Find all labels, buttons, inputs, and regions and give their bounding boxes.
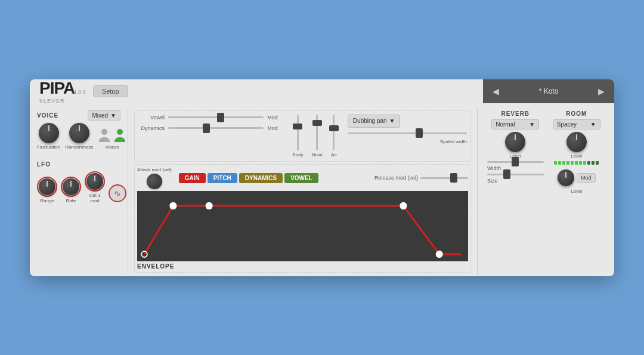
dynamics-mod-label: Mod xyxy=(267,125,281,131)
envelope-label: ENVELOPE xyxy=(137,263,468,270)
lfo-range-knob[interactable] xyxy=(39,178,55,195)
lfo-rate-group: Rate xyxy=(61,177,81,203)
led-10 xyxy=(592,161,595,165)
voice-mode-dropdown[interactable]: Mixed ▼ xyxy=(88,110,120,121)
fluctuation-knob[interactable] xyxy=(39,123,59,143)
spatial-slider[interactable] xyxy=(348,132,467,134)
lfo-rate-knob[interactable] xyxy=(63,178,79,195)
prev-preset-button[interactable]: ◀ xyxy=(493,87,499,96)
attack-mod-label: Attack mod (vel) xyxy=(137,167,172,172)
room-level-label: Level xyxy=(571,153,582,159)
dynamics-slider-row: Dynamics Mod xyxy=(138,125,281,131)
pitch-tab[interactable]: PITCH xyxy=(208,173,237,183)
dynamics-label: Dynamics xyxy=(138,125,165,131)
reverb-room-row: REVERB Normal ▼ Level xyxy=(485,110,607,194)
reverb-col: REVERB Normal ▼ Level xyxy=(485,110,546,194)
body-slider-group: Body xyxy=(292,115,303,158)
center-panel: Vowel Mod Dynamics Mod xyxy=(128,108,477,276)
reverb-sliders: Width Size xyxy=(485,161,546,184)
room-mode-dropdown[interactable]: Spacey ▼ xyxy=(553,119,600,129)
reverb-level-knob[interactable] xyxy=(505,132,525,152)
air-label: Air xyxy=(331,152,337,158)
reverb-mode-arrow: ▼ xyxy=(529,121,535,128)
envelope-canvas[interactable] xyxy=(137,191,468,262)
randomness-knob[interactable] xyxy=(69,123,89,143)
dynamics-slider[interactable] xyxy=(168,127,264,129)
lfo-knobs-row: Range Rate Ctrl 1 mod xyxy=(37,171,120,203)
lfo-wave-button[interactable]: ∿ xyxy=(109,184,126,202)
led-7 xyxy=(579,161,582,165)
voice-icon-green xyxy=(113,128,126,143)
next-preset-button[interactable]: ▶ xyxy=(598,87,605,96)
svg-point-1 xyxy=(117,129,123,135)
reverb-width-row xyxy=(487,161,544,163)
lfo-ctrl-label: Ctrl 1 mod xyxy=(85,193,105,203)
body-slider[interactable] xyxy=(297,115,299,150)
vowel-slider[interactable] xyxy=(168,116,264,118)
body-label: Body xyxy=(292,152,303,158)
setup-button[interactable]: Setup xyxy=(93,85,128,97)
air-slider[interactable] xyxy=(333,115,335,150)
led-8 xyxy=(583,161,586,165)
lfo-wave-group: ∿ xyxy=(109,184,126,203)
attack-mod-group: Attack mod (vel) xyxy=(137,167,172,189)
led-6 xyxy=(575,161,578,165)
envelope-svg xyxy=(137,191,468,262)
release-mod-area: Release mod (vel) xyxy=(374,175,468,181)
reverb-size-slider[interactable] xyxy=(487,174,544,175)
room-mode-value: Spacey xyxy=(557,121,577,128)
room-header: ROOM xyxy=(566,110,587,117)
room-mod-knob[interactable] xyxy=(558,169,574,186)
voices-icon-group: Voices xyxy=(98,128,126,150)
release-label: Release mod (vel) xyxy=(374,175,418,181)
reverb-width-label: Width xyxy=(487,165,505,171)
nose-slider-group: Nose xyxy=(311,115,323,158)
vowel-mod-label: Mod xyxy=(267,115,281,121)
vowel-slider-row: Vowel Mod xyxy=(138,115,281,121)
reverb-level-knob-group: Level xyxy=(505,132,525,159)
voice-section: VOICE Mixed ▼ Fluctuation Randomness xyxy=(37,110,120,150)
lfo-section: LFO Range Rate xyxy=(37,158,120,203)
lfo-range-border xyxy=(37,177,57,197)
randomness-knob-group: Randomness xyxy=(65,123,93,150)
room-col: ROOM Spacey ▼ Level xyxy=(546,110,608,194)
fluctuation-label: Fluctuation xyxy=(37,144,60,150)
dynamics-tab[interactable]: DYNAMICS xyxy=(239,173,283,183)
voices-icons xyxy=(98,128,126,143)
env-point-release[interactable] xyxy=(436,250,443,257)
reverb-mode-value: Normal xyxy=(496,121,515,128)
env-point-sustain-end[interactable] xyxy=(400,202,407,209)
lfo-rate-border xyxy=(61,177,81,197)
vowel-tab[interactable]: VOWEL xyxy=(284,173,318,183)
nose-slider[interactable] xyxy=(316,115,318,150)
spatial-label: Spatial width xyxy=(348,139,467,144)
logo-pipa: PIPA xyxy=(39,79,75,98)
left-panel: VOICE Mixed ▼ Fluctuation Randomness xyxy=(30,108,128,276)
env-top-row: Attack mod (vel) GAIN PITCH DYNAMICS VOW… xyxy=(137,167,468,189)
randomness-label: Randomness xyxy=(65,144,93,150)
lfo-ctrl-border xyxy=(85,171,105,192)
attack-mod-knob[interactable] xyxy=(147,174,162,189)
reverb-mode-dropdown[interactable]: Normal ▼ xyxy=(491,119,539,129)
dubbing-pan-dropdown[interactable]: Dubbing pan ▼ xyxy=(348,115,401,128)
env-point-attack[interactable] xyxy=(169,202,177,209)
reverb-width-slider[interactable] xyxy=(487,161,544,163)
led-meter xyxy=(554,161,599,165)
logo-version: v1.0.0 xyxy=(71,89,86,95)
voices-label: Voices xyxy=(105,144,119,150)
vowel-label: Vowel xyxy=(138,115,165,121)
voice-knobs-row: Fluctuation Randomness xyxy=(37,123,120,150)
room-mod-button[interactable]: Mod xyxy=(577,173,596,183)
release-slider[interactable] xyxy=(420,177,468,179)
gain-tab[interactable]: GAIN xyxy=(179,173,206,183)
lfo-rate-label: Rate xyxy=(66,198,76,203)
lfo-range-group: Range xyxy=(37,177,57,203)
room-mode-arrow: ▼ xyxy=(590,121,596,128)
lfo-ctrl-knob[interactable] xyxy=(86,173,103,190)
env-point-sustain-start[interactable] xyxy=(206,202,213,209)
room-level-knob[interactable] xyxy=(566,132,587,152)
nav-bar: ◀ * Koto ▶ xyxy=(483,79,614,103)
header-left: PIPA v1.0.0 KLEVGR Setup xyxy=(30,79,483,103)
lfo-label: LFO xyxy=(37,161,51,168)
voice-icon-gray xyxy=(98,128,111,143)
